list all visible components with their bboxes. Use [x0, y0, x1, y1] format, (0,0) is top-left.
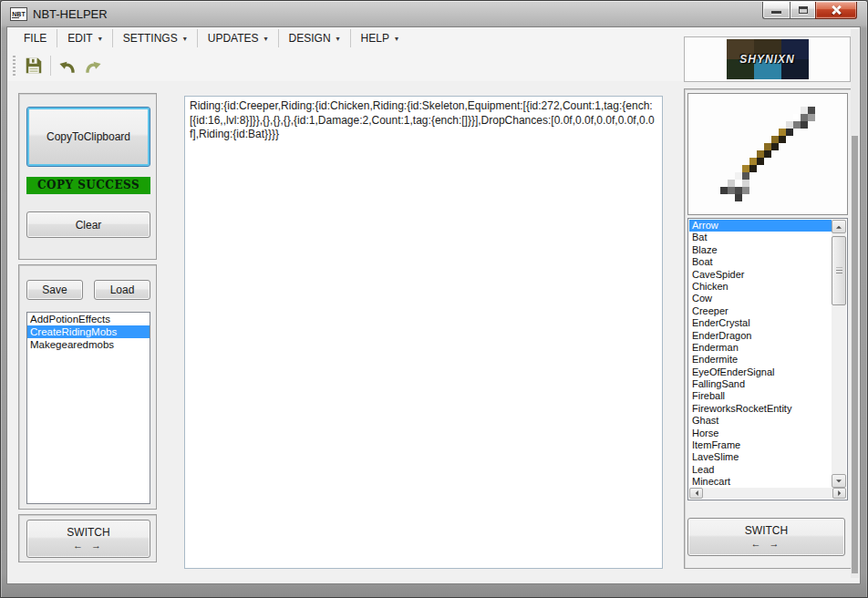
copy-status-badge: COPY SUCCESS [26, 177, 150, 194]
switch-arrows: ← → [73, 540, 104, 552]
switch-arrows: ← → [750, 538, 781, 551]
nbt-editor-textarea[interactable]: Riding:{id:Creeper,Riding:{id:Chicken,Ri… [184, 96, 663, 569]
menu-item[interactable]: EDIT ▾ [57, 29, 111, 47]
list-item[interactable]: FireworksRocketEntity [689, 403, 832, 415]
list-item[interactable]: Enderman [689, 342, 832, 354]
chevron-down-icon: ▾ [336, 34, 340, 43]
chevron-down-icon: ▾ [183, 34, 187, 43]
form-vertical-scrollbar[interactable] [851, 29, 859, 578]
list-item[interactable]: EyeOfEnderSignal [689, 366, 832, 378]
shynixn-banner-image: SHYNIXN [727, 39, 809, 79]
menu-item[interactable]: FILE [14, 29, 57, 47]
window-title: NBT-HELPER [33, 7, 108, 21]
minecraft-arrow-image [720, 107, 815, 201]
close-icon [831, 5, 842, 15]
list-item[interactable]: Blaze [689, 244, 832, 256]
entity-panel: ArrowBatBlazeBoatCaveSpiderChickenCowCre… [684, 88, 852, 569]
list-item[interactable]: Cow [689, 293, 832, 304]
list-item[interactable]: LaveSlime [689, 451, 832, 463]
chevron-down-icon: ▾ [98, 34, 102, 43]
list-item[interactable]: Arrow [689, 220, 832, 232]
arrow-up-icon [836, 222, 842, 228]
list-item[interactable]: Boat [689, 256, 832, 268]
list-item[interactable]: Minecart [689, 476, 832, 488]
titlebar[interactable]: NBT NBT-HELPER [3, 3, 865, 26]
switch-label: SWITCH [745, 524, 788, 538]
clear-button[interactable]: Clear [26, 211, 150, 238]
scroll-up-button[interactable] [832, 220, 846, 233]
app-window: NBT NBT-HELPER FILE EDIT ▾ SETTINGS ▾ UP… [0, 0, 868, 598]
close-button[interactable] [815, 2, 857, 19]
banner-text: SHYNIXN [727, 39, 809, 79]
maximize-icon [799, 6, 808, 14]
list-item[interactable]: Bat [689, 232, 832, 243]
menu-item[interactable]: SETTINGS ▾ [112, 29, 197, 47]
list-item[interactable]: FallingSand [689, 378, 832, 390]
arrow-left-icon [692, 490, 698, 496]
client-area: FILE EDIT ▾ SETTINGS ▾ UPDATES ▾ DESIGN … [6, 26, 861, 584]
list-item[interactable]: Fireball [689, 390, 832, 402]
arrow-right-icon [838, 490, 843, 496]
chevron-down-icon: ▾ [264, 34, 268, 43]
load-button[interactable]: Load [94, 280, 150, 300]
list-item[interactable]: Chicken [689, 281, 832, 293]
toolbar-separator [50, 56, 51, 76]
maximize-button[interactable] [790, 2, 815, 19]
menu-item[interactable]: DESIGN ▾ [278, 29, 350, 47]
undo-icon [57, 56, 78, 76]
copy-to-clipboard-button[interactable]: CopyToClipboard [26, 107, 150, 167]
list-item[interactable]: Lead [689, 464, 832, 476]
save-button[interactable]: Save [26, 280, 83, 300]
banner-panel: SHYNIXN [684, 36, 851, 82]
switch-button-right[interactable]: SWITCH ← → [687, 518, 845, 556]
presets-listbox[interactable]: AddPotionEffectsCreateRidingMobsMakegear… [26, 312, 150, 504]
minimize-button[interactable] [762, 2, 790, 19]
list-item[interactable]: Endermite [689, 354, 832, 366]
switch-button-left[interactable]: SWITCH ← → [26, 520, 150, 558]
item-preview-box [687, 93, 848, 215]
scroll-left-button[interactable] [689, 488, 703, 499]
toolbar-grip[interactable] [13, 56, 16, 76]
presets-panel: Save Load AddPotionEffectsCreateRidingMo… [18, 264, 157, 510]
menu-item[interactable]: UPDATES ▾ [197, 29, 278, 47]
menu-item[interactable]: HELP ▾ [350, 29, 408, 47]
list-item[interactable]: Horse [689, 428, 832, 439]
arrow-down-icon [836, 479, 842, 485]
entity-horizontal-scrollbar[interactable] [689, 488, 846, 499]
scroll-down-button[interactable] [832, 474, 846, 488]
chevron-down-icon: ▾ [395, 34, 398, 43]
list-item[interactable]: EnderDragon [689, 330, 832, 342]
minimize-icon [771, 11, 781, 14]
undo-toolbar-button[interactable] [55, 53, 80, 78]
list-item[interactable]: Makegearedmobs [27, 338, 150, 351]
list-item[interactable]: AddPotionEffects [27, 313, 150, 325]
list-item[interactable]: Creeper [689, 305, 832, 317]
list-item[interactable]: EnderCrystal [689, 317, 832, 329]
entity-listbox[interactable]: ArrowBatBlazeBoatCaveSpiderChickenCowCre… [687, 218, 848, 500]
scroll-right-button[interactable] [832, 488, 846, 499]
form-scrollbar-thumb[interactable] [852, 136, 858, 573]
redo-icon [83, 56, 103, 76]
switch-panel-left: SWITCH ← → [18, 514, 157, 562]
list-item[interactable]: ItemFrame [689, 439, 832, 451]
app-icon: NBT [10, 7, 27, 21]
save-icon [24, 56, 44, 76]
list-item[interactable]: Ghast [689, 415, 832, 427]
vertical-scrollbar-thumb[interactable] [832, 236, 846, 305]
entity-vertical-scrollbar[interactable] [832, 220, 846, 488]
clipboard-panel: CopyToClipboard COPY SUCCESS Clear [18, 93, 157, 260]
list-item[interactable]: CreateRidingMobs [27, 325, 150, 338]
switch-label: SWITCH [67, 526, 109, 540]
save-toolbar-button[interactable] [21, 53, 46, 78]
redo-toolbar-button[interactable] [80, 53, 106, 78]
list-item[interactable]: CaveSpider [689, 269, 832, 281]
